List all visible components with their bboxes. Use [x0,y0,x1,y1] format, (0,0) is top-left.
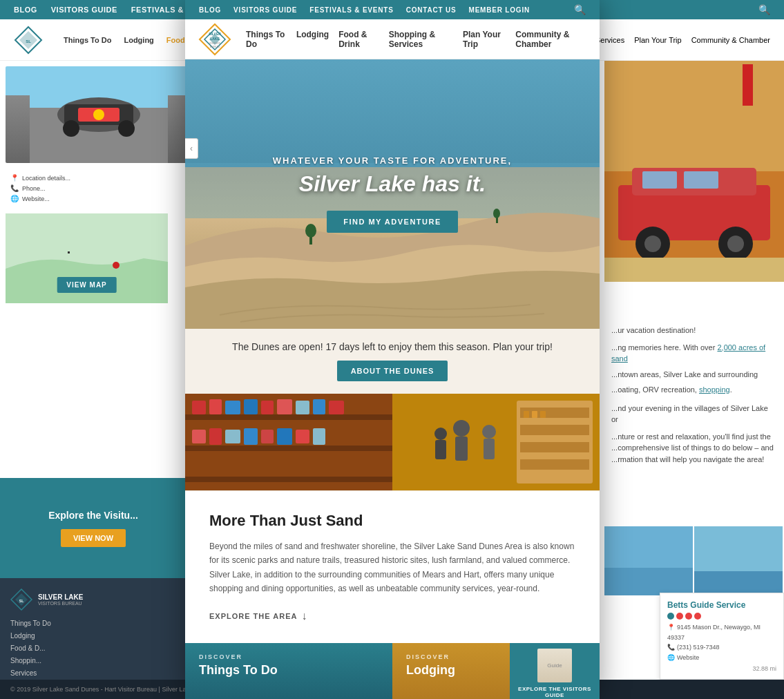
bg-search-icon[interactable]: 🔍 [758,4,771,15]
discover-things[interactable]: DISCOVER Things To Do [185,643,392,699]
svg-rect-77 [540,411,546,418]
svg-rect-79 [455,437,468,461]
main-festivals-link[interactable]: FESTIVALS & EVENTS [309,6,393,14]
bg-guide-title: Explore the Visitu... [48,510,138,521]
bg-betts-distance: 32.88 mi [667,665,776,672]
nav-food[interactable]: Food & Drink [338,30,379,49]
main-top-bar: BLOG VISITORS GUIDE FESTIVALS & EVENTS C… [185,0,600,19]
svg-point-10 [93,109,104,120]
svg-rect-55 [261,401,274,414]
dunes-text: The Dunes are open! 17 days left to enjo… [206,341,579,352]
svg-rect-25 [604,258,784,282]
explore-area-link[interactable]: EXPLORE THE AREA ↓ [209,610,575,622]
svg-rect-49 [185,446,392,451]
svg-rect-65 [277,428,292,445]
bg-map-card: VIEW MAP [6,213,168,303]
svg-rect-61 [209,428,222,445]
main-member-link[interactable]: MEMBER LOGIN [469,6,530,14]
svg-rect-52 [209,399,222,414]
bg-bottom-cards [604,526,784,595]
acres-link[interactable]: 2,000 acres of sand [611,343,765,363]
bg-blog-link[interactable]: BLOG [14,6,37,14]
bg-visitors-link[interactable]: VISITORS GUIDE [51,6,117,14]
view-now-button[interactable]: VIEW NOW [61,529,126,547]
bg-betts-card: Betts Guide Service 📍9145 Mason Dr., New… [660,593,784,680]
bg-footer-logo-text: SILVER LAKE VISITORS BUREAU [38,593,83,606]
main-visitors-link[interactable]: VISITORS GUIDE [233,6,297,14]
collage-left-image [185,394,392,490]
scroll-left-button[interactable]: ‹ [185,138,198,159]
web-icon: 🌐 [10,195,19,202]
nav-things[interactable]: Things To Do [246,30,287,49]
bg-nav: Things To Do Lodging Food [64,36,185,44]
bg-jeep-image [604,61,784,282]
more-sand-section: More Than Just Sand Beyond the miles of … [185,490,600,643]
bg-logo: SL [14,26,43,55]
svg-rect-48 [185,414,392,420]
visitors-guide-label: EXPLORE THE VISITORS GUIDE [515,686,594,698]
nav-shopping[interactable]: Shopping & Services [389,30,453,49]
bg-footer-shopping[interactable]: Shoppin... [10,655,176,667]
visitors-guide-overlay[interactable]: Guide EXPLORE THE VISITORS GUIDE [510,643,600,699]
svg-rect-16 [743,64,753,106]
main-search-icon[interactable]: 🔍 [574,4,586,15]
discover-things-label: DISCOVER [199,653,379,660]
dunes-button[interactable]: ABOUT THE DUNES [337,361,448,381]
hero-title: Silver Lake has it. [299,171,486,197]
bg-nav-food[interactable]: Food [166,36,185,44]
svg-rect-32 [694,571,783,595]
bg-footer-lodging[interactable]: Lodging [10,630,176,642]
svg-rect-58 [313,399,325,414]
shopping-link[interactable]: shopping [699,385,730,394]
hero-subtitle: WHATEVER YOUR TASTE FOR ADVENTURE, [273,155,512,166]
svg-point-7 [63,120,79,137]
location-icon: 📍 [10,174,19,182]
svg-text:VISITORS: VISITORS [209,42,221,45]
svg-point-80 [482,425,496,439]
arrow-down-icon: ↓ [301,610,307,622]
more-sand-title: More Than Just Sand [209,512,575,530]
main-logo: SILVER LAKE VISITORS BUREAU [198,22,232,57]
bg-betts-address: 📍9145 Mason Dr., Newaygo, MI 49337 📞(231… [667,622,776,662]
bg-nav-lodging[interactable]: Lodging [124,36,153,44]
bg-content-right [604,61,784,282]
more-sand-text: Beyond the miles of sand and freshwater … [209,539,575,596]
svg-rect-59 [329,401,344,414]
explore-label: EXPLORE THE AREA [209,612,297,620]
svg-rect-30 [604,568,693,595]
svg-rect-63 [244,428,258,445]
bg-nav-community[interactable]: Community & Chamber [691,36,770,44]
main-header: SILVER LAKE VISITORS BUREAU Things To Do… [185,19,600,59]
bg-footer-logo: SL SILVER LAKE VISITORS BUREAU [10,588,176,611]
bg-footer-nav: Things To Do Lodging Food & D... Shoppin… [10,617,176,680]
bg-betts-name: Betts Guide Service [667,600,776,610]
svg-rect-74 [520,459,589,470]
bg-card-details: 📍 Location details... 📞 Phone... 🌐 Websi… [0,169,187,208]
bg-nav-plan[interactable]: Plan Your Trip [634,36,682,44]
bg-betts-stars [667,613,776,620]
svg-point-8 [118,120,135,137]
bg-surf-card [694,526,783,595]
nav-plan[interactable]: Plan Your Trip [463,30,506,49]
bg-lake-card [604,526,693,595]
svg-text:SILVER: SILVER [209,32,221,36]
svg-point-22 [644,236,661,252]
view-map-button[interactable]: VIEW MAP [57,277,117,293]
svg-rect-51 [192,401,206,414]
bg-visitors-guide-section: Explore the Visitu... VIEW NOW [0,478,187,578]
discover-things-title: Things To Do [199,663,379,678]
discover-lodging[interactable]: DISCOVER Lodging Guide EXPLORE THE VISIT… [392,643,600,699]
bg-content-left: 📍 Location details... 📞 Phone... 🌐 Websi… [0,61,187,309]
bg-nav-things[interactable]: Things To Do [64,36,111,44]
main-contact-link[interactable]: CONTACT US [406,6,457,14]
svg-rect-66 [296,430,309,443]
hero-cta-button[interactable]: FIND MY ADVENTURE [327,211,458,233]
bg-footer-things[interactable]: Things To Do [10,617,176,630]
main-blog-link[interactable]: BLOG [199,6,221,14]
nav-lodging[interactable]: Lodging [296,30,329,49]
bg-footer-food[interactable]: Food & D... [10,642,176,655]
svg-text:SL: SL [26,39,31,44]
bg-footer-services[interactable]: Services [10,667,176,680]
nav-community[interactable]: Community & Chamber [515,30,587,49]
svg-rect-19 [642,171,677,189]
